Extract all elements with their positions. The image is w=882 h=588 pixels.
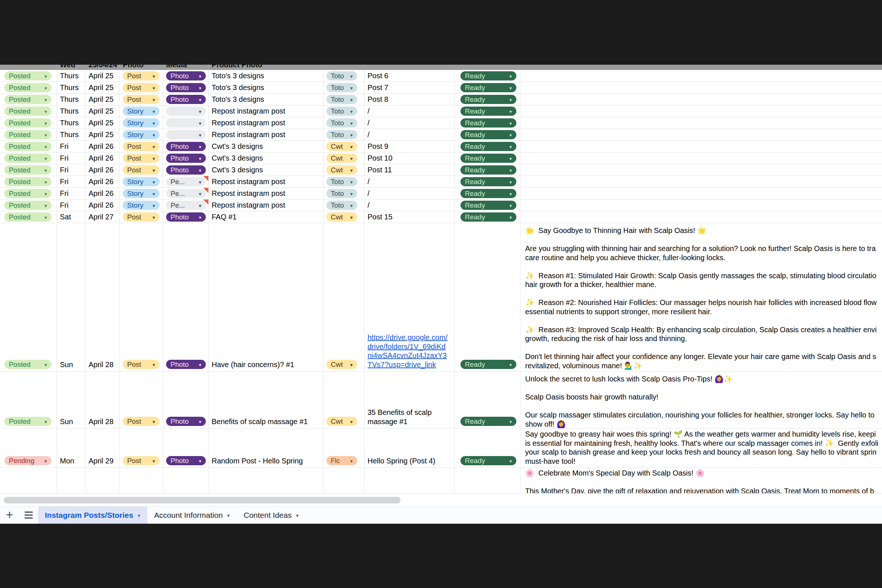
date-cell[interactable]: April 27 [86,212,120,223]
caption-cell[interactable] [520,153,882,164]
tab-instagram-posts-stories[interactable]: Instagram Posts/Stories▼ [38,506,147,524]
type-chip[interactable]: Post▼ [123,360,159,369]
ready-cell[interactable] [454,468,520,494]
status-cell[interactable] [0,468,57,494]
ready-chip[interactable]: Ready▼ [460,95,516,104]
ready-chip[interactable]: Ready▼ [460,417,516,426]
media-chip[interactable]: Photo▼ [166,154,206,163]
caption-cell[interactable]: Unlock the secret to lush locks with Sca… [520,372,882,429]
date-cell[interactable]: April 28 [86,223,120,372]
media-chip[interactable]: Photo▼ [166,165,206,175]
description-cell[interactable]: Repost instagram post [209,129,323,141]
status-chip[interactable]: Posted▼ [4,118,51,128]
caption-cell[interactable] [520,200,882,212]
status-chip[interactable]: Pending▼ [4,456,51,465]
type-chip[interactable]: Post▼ [123,417,159,426]
post-cell[interactable]: / [364,200,454,212]
day-cell[interactable]: Fri [57,176,86,188]
status-chip[interactable]: Posted▼ [4,360,51,369]
post-cell[interactable]: Post 10 [364,153,454,164]
type-chip[interactable]: Post▼ [123,71,159,81]
media-chip[interactable]: Photo▼ [166,95,206,104]
person-chip[interactable]: Toto▼ [326,71,357,81]
status-chip[interactable]: Posted▼ [4,177,51,186]
post-cell[interactable]: / [364,176,454,188]
day-cell[interactable]: Thurs [57,82,86,94]
date-cell[interactable] [86,468,120,494]
status-chip[interactable]: Posted▼ [4,165,51,175]
person-chip[interactable]: Cwt▼ [326,154,357,163]
person-chip[interactable]: Toto▼ [326,83,357,92]
caption-cell[interactable] [520,164,882,176]
type-chip[interactable]: Post▼ [123,154,159,163]
status-chip[interactable]: Posted▼ [4,83,51,92]
ready-chip[interactable]: Ready▼ [460,106,516,116]
post-cell[interactable]: / [364,117,454,129]
media-cell[interactable] [163,468,209,494]
status-chip[interactable]: Posted▼ [4,71,51,81]
ready-chip[interactable]: Ready▼ [460,83,516,92]
media-chip[interactable]: Pe...▼ [166,201,206,210]
media-chip[interactable]: Photo▼ [166,71,206,81]
day-cell[interactable]: Thurs [57,129,86,141]
description-cell[interactable]: FAQ #1 [209,212,323,223]
person-cell[interactable] [323,468,364,494]
ready-chip[interactable]: Ready▼ [460,71,516,81]
description-cell[interactable]: Repost instagram post [209,105,323,117]
tab-content-ideas[interactable]: Content Ideas▼ [237,506,306,524]
description-cell[interactable]: Cwt's 3 designs [209,141,323,153]
post-cell[interactable]: 35 Benefits of scalp massage #1 [364,372,454,429]
post-cell[interactable]: Post 9 [364,141,454,153]
post-cell[interactable]: Post 11 [364,164,454,176]
caption-cell[interactable] [520,176,882,188]
type-cell[interactable] [120,468,163,494]
ready-chip[interactable]: Ready▼ [460,456,516,465]
type-chip[interactable]: Post▼ [123,456,159,465]
post-cell[interactable]: / [364,129,454,141]
day-cell[interactable]: Fri [57,164,86,176]
caption-cell[interactable] [520,117,882,129]
description-cell[interactable]: Toto's 3 designs [209,82,323,94]
description-cell[interactable]: Repost instagram post [209,117,323,129]
date-cell[interactable]: April 25 [86,129,120,141]
add-sheet-button[interactable]: + [0,506,19,524]
person-chip[interactable]: Cwt▼ [326,417,357,426]
person-chip[interactable]: Flc▼ [326,456,357,465]
post-cell[interactable]: Post 8 [364,94,454,105]
date-cell[interactable]: April 29 [86,429,120,468]
horizontal-scrollbar[interactable] [4,497,400,504]
post-cell[interactable] [364,468,454,494]
type-chip[interactable]: Story▼ [123,118,159,128]
date-cell[interactable]: April 26 [86,188,120,200]
caption-cell[interactable] [520,141,882,153]
date-cell[interactable]: April 25 [86,105,120,117]
person-chip[interactable]: Cwt▼ [326,142,357,151]
caption-cell[interactable] [520,94,882,105]
media-chip[interactable]: Photo▼ [166,142,206,151]
media-chip[interactable]: Photo▼ [166,212,206,222]
status-chip[interactable]: Posted▼ [4,201,51,210]
caption-cell[interactable]: Say goodbye to greasy hair woes this spr… [520,429,882,468]
type-chip[interactable]: Story▼ [123,106,159,116]
description-cell[interactable]: Toto's 3 designs [209,94,323,105]
all-sheets-button[interactable] [19,506,38,524]
date-cell[interactable]: April 25 [86,70,120,82]
day-cell[interactable]: Sun [57,223,86,372]
date-cell[interactable]: April 26 [86,164,120,176]
media-chip[interactable]: Photo▼ [166,360,206,369]
description-cell[interactable]: Repost instagram post [209,188,323,200]
date-cell[interactable]: April 26 [86,141,120,153]
person-chip[interactable]: Toto▼ [326,177,357,186]
date-cell[interactable]: April 26 [86,200,120,212]
date-cell[interactable]: April 25 [86,117,120,129]
day-cell[interactable] [57,468,86,494]
tab-account-information[interactable]: Account Information▼ [147,506,237,524]
post-cell[interactable]: Post 7 [364,82,454,94]
description-cell[interactable]: Random Post - Hello Spring [209,429,323,468]
status-chip[interactable]: Posted▼ [4,154,51,163]
day-cell[interactable]: Fri [57,200,86,212]
type-chip[interactable]: Story▼ [123,201,159,210]
day-cell[interactable]: Fri [57,153,86,164]
person-chip[interactable]: Cwt▼ [326,360,357,369]
person-chip[interactable]: Toto▼ [326,189,357,198]
